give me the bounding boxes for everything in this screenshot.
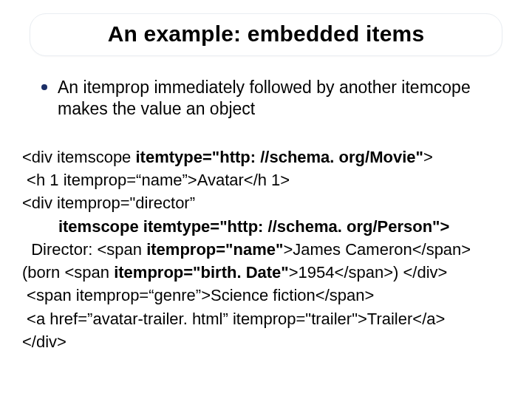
code-text: <div itemscope [22,148,135,166]
code-bold: itemprop="name" [146,240,283,259]
code-text: > [423,148,433,166]
code-block: <div itemscope itemtype="http: //schema.… [22,146,510,353]
code-bold: itemtype="http: //schema. org/Movie" [135,148,423,166]
code-line-7: <span itemprop=“genre”>Science fiction</… [22,284,510,307]
code-line-2: <h 1 itemprop=“name”>Avatar</h 1> [22,168,510,191]
code-line-8: <a href=”avatar-trailer. html” itemprop=… [22,307,510,330]
code-text: >1954</span>) </div> [289,263,448,282]
code-line-3: <div itemprop="director” [22,191,510,214]
code-bold: itemprop="birth. Date" [114,263,289,282]
code-bold: itemscope itemtype="http: //schema. org/… [58,217,449,236]
code-indent [22,217,58,236]
title-container: An example: embedded items [30,13,502,56]
code-text: (born <span [22,263,114,282]
code-line-4: itemscope itemtype="http: //schema. org/… [22,215,510,238]
bullet-row: An itemprop immediately followed by anot… [41,77,491,120]
code-text: Director: <span [22,240,146,259]
bullet-icon [41,84,47,90]
code-text: >James Cameron</span> [283,240,471,259]
bullet-text: An itemprop immediately followed by anot… [58,77,491,120]
code-line-9: </div> [22,330,510,353]
code-line-1: <div itemscope itemtype="http: //schema.… [22,146,510,168]
slide: An example: embedded items An itemprop i… [0,13,532,399]
slide-title: An example: embedded items [50,21,482,47]
code-line-6: (born <span itemprop="birth. Date">1954<… [22,261,510,284]
code-line-5: Director: <span itemprop="name">James Ca… [22,238,510,261]
